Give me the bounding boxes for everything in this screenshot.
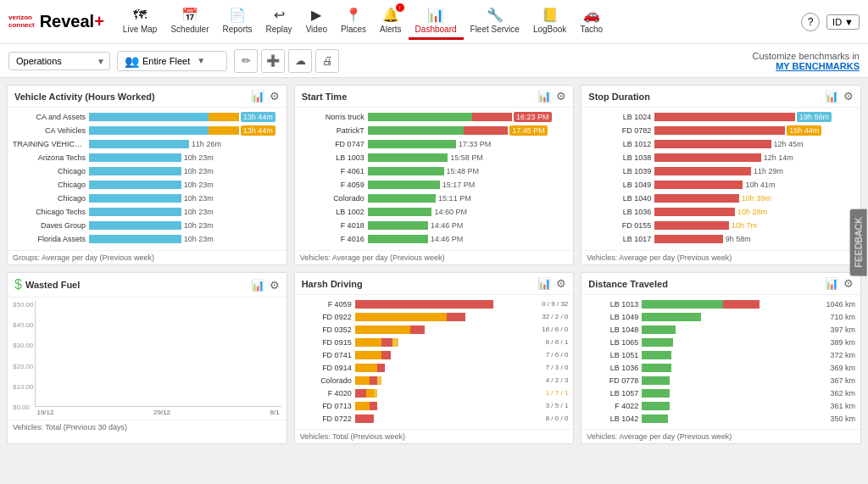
widget-harsh-driving-controls: 📊 ⚙ <box>537 277 566 290</box>
widget-harsh-driving: Harsh Driving 📊 ⚙ F 4059 0 / 9 / 32 FD 0… <box>294 272 575 444</box>
bar-chart-icon[interactable]: 📊 <box>825 277 838 290</box>
bar-row: LB 1003 15:58 PM <box>300 152 569 164</box>
bar-row: Chicago 10h 23m <box>13 165 281 177</box>
add-button[interactable]: ➕ <box>261 49 285 73</box>
bar-container: 13h 44m <box>89 113 281 121</box>
bar-chart-icon[interactable]: 📊 <box>537 90 551 103</box>
bar-value: 10h 23m <box>184 167 214 175</box>
bar-container: 10h 23m <box>89 235 281 243</box>
bar-container: 15:58 PM <box>368 153 569 162</box>
bar-row: Colorado 15:11 PM <box>300 192 569 204</box>
hd-label: FD 0741 <box>300 351 355 359</box>
bar-row: Florida Assets 10h 23m <box>13 233 281 245</box>
feedback-button[interactable]: FEEDBACK <box>849 209 866 275</box>
bar-chart-icon[interactable]: 📊 <box>251 279 264 292</box>
settings-icon[interactable]: ⚙ <box>556 90 566 103</box>
bar-value: 9h 58m <box>726 235 751 243</box>
widget-vehicle-activity-body: CA and Assets 13h 44m CA Vehicles 13h 44… <box>8 108 287 250</box>
bar-row: TRAINING VEHICLES 11h 26m <box>13 138 281 150</box>
nav-places[interactable]: 📍 Places <box>334 3 373 40</box>
bar-label: LB 1002 <box>300 208 368 216</box>
bar-row: F 4016 14:46 PM <box>300 233 569 245</box>
bar-value: 10h 23m <box>184 208 214 216</box>
bar-container: 10h 39m <box>654 194 855 203</box>
fleet-select[interactable]: 👥 Entire Fleet ▼ <box>117 51 227 71</box>
nav-fleet-service-label: Fleet Service <box>470 25 520 34</box>
bar-row: CA and Assets 13h 44m <box>13 111 281 123</box>
widget-wasted-fuel-header: $ Wasted Fuel 📊 ⚙ <box>8 273 287 298</box>
bar-yellow <box>392 338 398 347</box>
bar-label: Chicago <box>13 194 89 203</box>
bar-orange <box>209 113 239 121</box>
dist-bars <box>642 338 826 347</box>
bar-yellow <box>377 376 381 385</box>
dist-bar-row: FD 0778 367 km <box>587 375 855 386</box>
bar-value-orange2: 17:45 PM <box>509 125 548 136</box>
id-button[interactable]: ID ▼ <box>826 14 860 30</box>
nav-dashboard[interactable]: 📊 Dashboard <box>409 3 464 40</box>
fuel-chart-area: $50.00 $40.00 $30.00 $20.00 $10.00 $0.00 <box>13 301 281 416</box>
bar-label: F 4018 <box>300 221 368 230</box>
tacho-icon: 🚗 <box>583 7 600 23</box>
hd-bars <box>355 389 543 398</box>
widget-start-time-controls: 📊 ⚙ <box>537 90 566 103</box>
wasted-fuel-title-wrapper: $ Wasted Fuel <box>14 277 80 292</box>
bar-chart-icon[interactable]: 📊 <box>825 90 838 103</box>
bar-container: 11h 26m <box>89 140 281 148</box>
edit-button[interactable]: ✏ <box>234 49 258 73</box>
settings-icon[interactable]: ⚙ <box>270 279 280 292</box>
bar-label: CA and Assets <box>13 113 89 121</box>
bar-row: Chicago Techs 10h 23m <box>13 206 281 218</box>
nav-tacho[interactable]: 🚗 Tacho <box>573 3 609 40</box>
hd-bars <box>355 325 540 334</box>
settings-icon[interactable]: ⚙ <box>270 90 280 103</box>
bar-blue <box>89 167 181 175</box>
bar-label: PatrickT <box>300 126 368 135</box>
x-label: 29/12 <box>153 409 170 416</box>
upload-button[interactable]: ☁ <box>288 49 312 73</box>
bar-row: PatrickT 17:45 PM <box>300 125 569 136</box>
bar-green <box>368 167 444 175</box>
hd-value: 8 / 0 / 0 <box>546 414 569 422</box>
hd-bar-row: FD 0722 8 / 0 / 0 <box>300 413 569 424</box>
bar-value-orange: 13h 44m <box>241 125 275 136</box>
bar-blue <box>89 221 181 230</box>
reveal-text: Reveal <box>40 12 95 31</box>
bar-chart-icon[interactable]: 📊 <box>537 277 551 290</box>
settings-icon[interactable]: ⚙ <box>556 277 566 290</box>
bar-container: 15:48 PM <box>368 167 569 175</box>
dist-value: 1046 km <box>826 300 855 309</box>
bar-blue <box>89 126 209 135</box>
bar-chart-icon[interactable]: 📊 <box>251 90 264 103</box>
widget-wasted-fuel-title: Wasted Fuel <box>25 280 80 290</box>
bar-label: LB 1024 <box>587 113 654 121</box>
print-button[interactable]: 🖨 <box>315 49 339 73</box>
bar-value: 12h 45m <box>774 140 804 148</box>
bar-red <box>654 221 729 230</box>
fuel-bars-wrapper: 19/12 29/12 8/1 <box>35 301 281 416</box>
nav-logbook[interactable]: 📒 LogBook <box>526 3 573 40</box>
help-button[interactable]: ? <box>801 13 820 31</box>
bar-value: 17:33 PM <box>459 140 492 148</box>
nav-reports[interactable]: 📄 Reports <box>215 3 259 40</box>
bar-container: 19h 56m <box>654 113 855 121</box>
nav-live-map[interactable]: 🗺 Live Map <box>116 4 164 40</box>
nav-alerts[interactable]: 🔔 ! Alerts <box>373 3 409 40</box>
group-select[interactable]: Operations <box>8 52 110 70</box>
nav-video[interactable]: ▶ Video <box>299 3 334 40</box>
dist-bar-row: LB 1042 350 km <box>587 413 855 424</box>
bar-orange <box>355 325 410 334</box>
nav-fleet-service[interactable]: 🔧 Fleet Service <box>464 3 526 40</box>
settings-icon[interactable]: ⚙ <box>843 90 854 103</box>
nav-replay[interactable]: ↩ Replay <box>259 3 298 40</box>
settings-icon[interactable]: ⚙ <box>843 277 854 290</box>
bar-value-orange3: 15h 44m <box>787 125 821 136</box>
benchmark-link[interactable]: MY BENCHMARKS <box>752 61 860 71</box>
bar-green <box>642 364 671 372</box>
bar-row: F 4059 15:17 PM <box>300 179 569 191</box>
bar-label: F 4059 <box>300 181 368 189</box>
alerts-badge: ! <box>396 3 404 12</box>
dist-value: 389 km <box>830 338 855 347</box>
nav-scheduler[interactable]: 📅 Scheduler <box>164 3 215 40</box>
dist-bars <box>642 402 826 410</box>
